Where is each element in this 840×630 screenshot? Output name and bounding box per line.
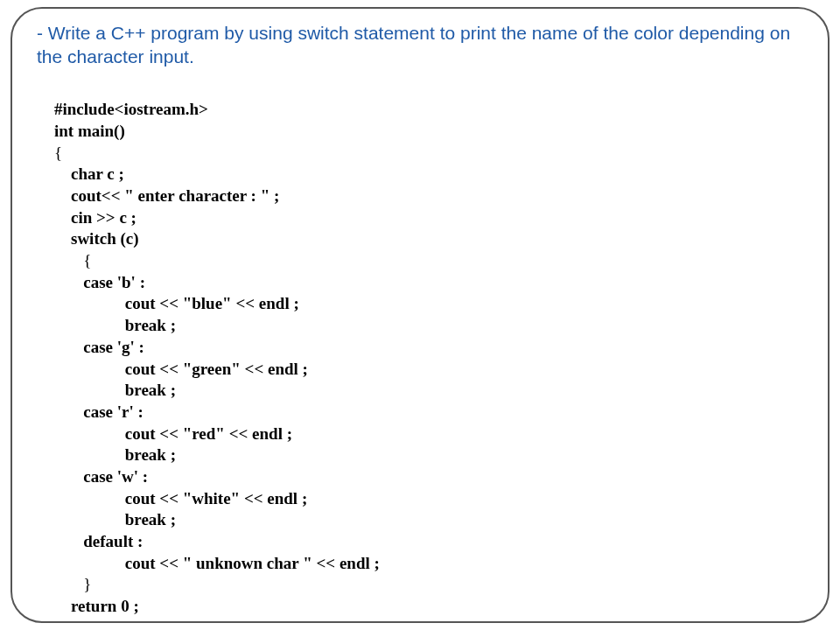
code-line-8: {	[54, 251, 91, 270]
code-line-5: cout<< " enter character : " ;	[54, 186, 279, 205]
code-line-4: char c ;	[54, 164, 124, 183]
code-line-23: }	[54, 575, 91, 593]
code-line-19: cout << "white" << endl ;	[54, 489, 307, 508]
code-block: #include<iostream.h> int main() { char c…	[37, 78, 803, 623]
code-line-16: cout << "red" << endl ;	[54, 424, 292, 443]
slide-container: - Write a C++ program by using switch st…	[10, 7, 830, 623]
code-line-9: case 'b' :	[54, 273, 145, 291]
code-line-3: {	[54, 144, 62, 162]
slide-title: - Write a C++ program by using switch st…	[37, 21, 803, 69]
code-line-6: cin >> c ;	[54, 208, 136, 227]
code-line-2: int main()	[54, 122, 125, 140]
code-line-15: case 'r' :	[54, 402, 144, 421]
code-line-13: cout << "green" << endl ;	[54, 360, 308, 378]
code-line-24: return 0 ;	[54, 597, 139, 615]
code-line-7: switch (c)	[54, 229, 139, 248]
code-line-25: }	[54, 619, 62, 623]
code-line-12: case 'g' :	[54, 338, 144, 356]
code-line-17: break ;	[54, 445, 176, 464]
code-line-20: break ;	[54, 510, 176, 528]
code-line-14: break ;	[54, 381, 176, 399]
code-line-11: break ;	[54, 316, 176, 334]
code-line-10: cout << "blue" << endl ;	[54, 294, 299, 312]
code-line-21: default :	[54, 532, 143, 550]
code-line-1: #include<iostream.h>	[54, 100, 208, 118]
code-line-18: case 'w' :	[54, 467, 148, 486]
code-line-22: cout << " unknown char " << endl ;	[54, 554, 380, 572]
